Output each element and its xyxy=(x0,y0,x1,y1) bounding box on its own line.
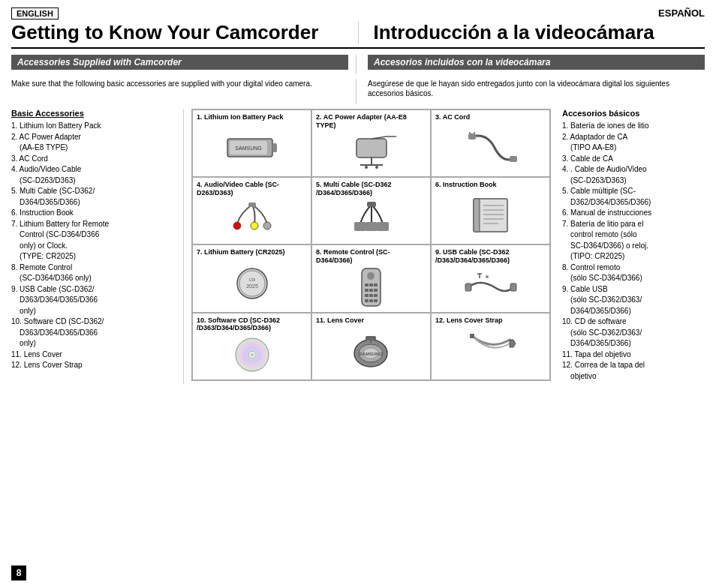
cell-label-cd: 10. Software CD (SC-D362 /D363/D364/D365… xyxy=(197,316,307,333)
list-item-es: 3. Cable de CA xyxy=(562,154,705,165)
grid-cell-remote: 8. Remote Control (SC-D364/D366) xyxy=(311,244,431,313)
list-item-es: 5. Cable múltiple (SC- D362/D364/D365/D3… xyxy=(562,186,705,208)
cell-label-usb-cable: 9. USB Cable (SC-D362 /D363/D364/D365/D3… xyxy=(435,248,546,265)
list-item-es: 8. Control remoto (sólo SC-D364/D366) xyxy=(562,262,705,284)
list-item: 1. Lithium Ion Battery Pack xyxy=(11,121,177,132)
list-item-es: 12. Correa de la tapa del objetivo xyxy=(562,360,705,382)
svg-rect-20 xyxy=(366,222,378,231)
svg-point-52 xyxy=(486,275,489,278)
cell-label-instruction-book: 6. Instruction Book xyxy=(435,181,546,189)
list-item: 5. Multi Cable (SC-D362/ D364/D365/D366) xyxy=(11,186,177,208)
section-header-spanish: Accesorios incluidos con la videocámara xyxy=(368,55,705,70)
title-spanish: Introducción a la videocámara xyxy=(359,21,705,44)
svg-point-7 xyxy=(365,166,368,169)
title-english: Getting to Know Your Camcorder xyxy=(11,21,359,44)
svg-rect-36 xyxy=(365,284,369,286)
list-item: 10. Software CD (SC-D362/ D363/D364/D365… xyxy=(11,316,177,350)
accesorios-basicos-title: Accesorios básicos xyxy=(562,109,705,118)
svg-rect-38 xyxy=(374,284,378,286)
svg-rect-49 xyxy=(510,284,516,291)
svg-rect-40 xyxy=(369,289,373,292)
svg-rect-46 xyxy=(369,299,373,302)
page-number: 8 xyxy=(11,566,26,580)
svg-rect-22 xyxy=(367,202,376,207)
svg-rect-41 xyxy=(374,289,378,292)
svg-rect-62 xyxy=(470,334,474,338)
grid-cell-coin-battery: 7. Lithium Battery (CR2025) CR 2025 xyxy=(192,244,311,313)
grid-cell-usb-cable: 9. USB Cable (SC-D362 /D363/D364/D365/D3… xyxy=(431,244,550,313)
svg-text:SAMSUNG: SAMSUNG xyxy=(360,352,383,356)
svg-rect-60 xyxy=(366,336,376,340)
language-label-english: ENGLISH xyxy=(11,8,59,20)
svg-rect-37 xyxy=(369,284,373,286)
svg-rect-48 xyxy=(465,284,471,291)
grid-cell-ac-cord: 3. AC Cord xyxy=(431,110,550,177)
svg-rect-4 xyxy=(356,139,387,158)
cell-label-multi-cable: 5. Multi Cable (SC-D362 /D364/D365/D366) xyxy=(316,181,426,197)
cell-label-lens-strap: 12. Lens Cover Strap xyxy=(435,316,546,325)
list-item: 8. Remote Control (SC-D364/D366 only) xyxy=(11,262,177,284)
svg-rect-11 xyxy=(468,134,476,140)
cell-label-av-cable: 4. Audio/Video Cable (SC-D263/D363) xyxy=(197,181,307,197)
grid-cell-lens-strap: 12. Lens Cover Strap xyxy=(431,313,550,380)
list-item-es: 11. Tapa del objetivo xyxy=(562,350,705,361)
list-item: 11. Lens Cover xyxy=(11,350,177,361)
grid-cell-cd: 10. Software CD (SC-D362 /D363/D364/D365… xyxy=(192,313,311,380)
list-item-es: 1. Batería de iones de litio xyxy=(562,121,705,132)
cell-label-remote: 8. Remote Control (SC-D364/D366) xyxy=(316,248,426,265)
list-item: 7. Lithium Battery for Remote Control (S… xyxy=(11,219,177,262)
grid-cell-instruction-book: 6. Instruction Book xyxy=(431,177,550,244)
intro-text-english: Make sure that the following basic acces… xyxy=(11,79,348,88)
grid-cell-adapter: 2. AC Power Adapter (AA-E8 TYPE) xyxy=(311,110,431,177)
list-item: 12. Lens Cover Strap xyxy=(11,360,177,371)
svg-rect-42 xyxy=(365,294,369,297)
svg-rect-1 xyxy=(272,143,277,152)
svg-rect-39 xyxy=(365,289,369,292)
cell-label-adapter: 2. AC Power Adapter (AA-E8 TYPE) xyxy=(316,113,426,130)
list-item-es: 9. Cable USB (sólo SC-D362/D363/ D364/D3… xyxy=(562,284,705,317)
list-item: 6. Instruction Book xyxy=(11,208,177,219)
svg-rect-43 xyxy=(369,294,373,297)
accessories-image-grid: 1. Lithium Ion Battery Pack SAMSUNG 2. A… xyxy=(191,109,551,381)
svg-point-16 xyxy=(251,222,258,230)
language-label-spanish: ESPAÑOL xyxy=(658,8,705,20)
cell-label-battery: 1. Lithium Ion Battery Pack xyxy=(197,113,307,122)
grid-cell-av-cable: 4. Audio/Video Cable (SC-D263/D363) xyxy=(192,177,311,244)
grid-cell-lens-cover: 11. Lens Cover SAMSUNG xyxy=(311,313,431,380)
title-row: Getting to Know Your Camcorder Introducc… xyxy=(11,21,705,49)
svg-rect-45 xyxy=(365,299,369,302)
cell-label-coin-battery: 7. Lithium Battery (CR2025) xyxy=(197,248,307,256)
svg-text:CR: CR xyxy=(248,278,255,282)
basic-accessories-title: Basic Accessories xyxy=(11,109,177,118)
svg-rect-18 xyxy=(248,202,256,207)
svg-text:2025: 2025 xyxy=(246,284,258,289)
list-item-es: 2. Adaptador de CA (TIPO AA-E8) xyxy=(562,132,705,154)
cell-label-lens-cover: 11. Lens Cover xyxy=(316,316,426,325)
list-item-es: 10. CD de software (sólo SC-D362/D363/ D… xyxy=(562,316,705,350)
svg-rect-24 xyxy=(474,199,480,232)
cell-label-ac-cord: 3. AC Cord xyxy=(435,113,546,122)
svg-point-55 xyxy=(251,353,254,356)
svg-rect-44 xyxy=(374,294,378,297)
svg-rect-19 xyxy=(354,222,366,231)
svg-point-35 xyxy=(367,272,375,280)
intro-text-spanish: Asegúrese de que le hayan sido entregado… xyxy=(368,79,705,98)
section-header-english: Accessories Supplied with Camcorder xyxy=(11,55,348,70)
svg-point-17 xyxy=(263,222,271,230)
list-item: 3. AC Cord xyxy=(11,154,177,165)
list-item: 2. AC Power Adapter (AA-E8 TYPE) xyxy=(11,132,177,154)
svg-point-8 xyxy=(375,166,378,169)
svg-rect-12 xyxy=(510,156,517,162)
list-item: 4. Audio/Video Cable (SC-D263/D363) xyxy=(11,164,177,186)
grid-cell-battery: 1. Lithium Ion Battery Pack SAMSUNG xyxy=(192,110,311,177)
svg-point-15 xyxy=(233,222,241,230)
list-item: 9. USB Cable (SC-D362/ D363/D364/D365/D3… xyxy=(11,284,177,317)
grid-cell-multi-cable: 5. Multi Cable (SC-D362 /D364/D365/D366) xyxy=(311,177,431,244)
svg-text:SAMSUNG: SAMSUNG xyxy=(235,146,261,151)
list-item-es: 6. Manual de instrucciones xyxy=(562,208,705,219)
list-item-es: 7. Batería de litio para el control remo… xyxy=(562,219,705,262)
svg-rect-21 xyxy=(377,222,389,231)
list-item-es: 4. . Cable de Audio/Video (SC-D263/D363) xyxy=(562,164,705,186)
svg-rect-47 xyxy=(374,299,378,302)
